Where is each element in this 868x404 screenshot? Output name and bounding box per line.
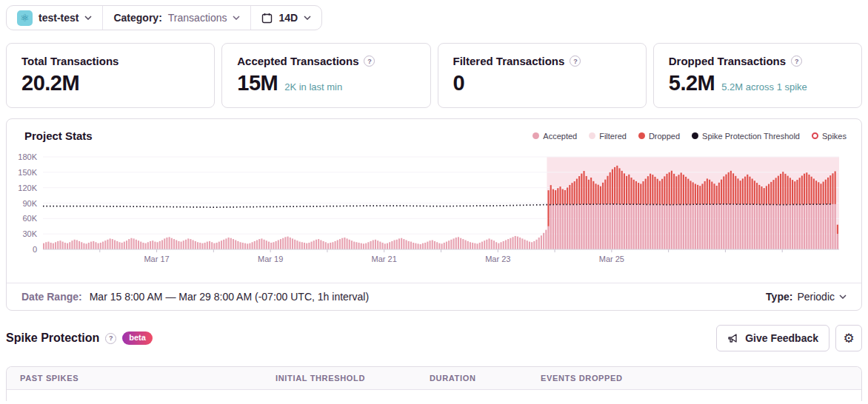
bar-dropped[interactable] bbox=[578, 176, 580, 204]
bar-accepted[interactable] bbox=[363, 243, 364, 249]
bar-dropped[interactable] bbox=[721, 180, 722, 204]
bar-dropped[interactable] bbox=[588, 180, 590, 204]
bar-dropped[interactable] bbox=[806, 172, 807, 204]
bar-dropped[interactable] bbox=[792, 180, 793, 204]
bar-dropped[interactable] bbox=[550, 185, 552, 204]
bar-dropped[interactable] bbox=[832, 173, 833, 204]
bar-accepted[interactable] bbox=[199, 243, 201, 249]
bar-accepted[interactable] bbox=[735, 204, 736, 249]
bar-accepted[interactable] bbox=[235, 240, 236, 250]
bar-accepted[interactable] bbox=[261, 238, 262, 249]
bar-accepted[interactable] bbox=[444, 243, 445, 249]
bar-accepted[interactable] bbox=[789, 204, 791, 249]
bar-accepted[interactable] bbox=[396, 240, 398, 249]
bar-accepted[interactable] bbox=[780, 205, 781, 249]
bar-accepted[interactable] bbox=[308, 243, 310, 249]
bar-accepted[interactable] bbox=[379, 242, 381, 249]
bar-accepted[interactable] bbox=[458, 237, 459, 249]
bar-dropped[interactable] bbox=[666, 174, 667, 205]
bar-accepted[interactable] bbox=[505, 240, 507, 250]
bar-accepted[interactable] bbox=[524, 240, 525, 249]
bar-dropped[interactable] bbox=[669, 172, 670, 205]
bar-accepted[interactable] bbox=[306, 243, 307, 249]
bar-dropped[interactable] bbox=[811, 177, 812, 205]
bar-accepted[interactable] bbox=[690, 204, 691, 249]
bar-dropped[interactable] bbox=[610, 172, 611, 204]
bar-accepted[interactable] bbox=[118, 242, 120, 249]
bar-accepted[interactable] bbox=[183, 240, 184, 249]
bar-dropped[interactable] bbox=[829, 175, 831, 204]
bar-accepted[interactable] bbox=[592, 204, 594, 249]
bar-accepted[interactable] bbox=[152, 240, 153, 249]
bar-dropped[interactable] bbox=[772, 180, 774, 204]
bar-accepted[interactable] bbox=[313, 240, 315, 249]
bar-accepted[interactable] bbox=[284, 237, 286, 249]
bar-accepted[interactable] bbox=[562, 204, 564, 249]
bar-dropped[interactable] bbox=[775, 178, 777, 204]
bar-accepted[interactable] bbox=[529, 242, 530, 249]
bar-accepted[interactable] bbox=[98, 243, 99, 249]
bar-dropped[interactable] bbox=[827, 178, 829, 204]
bar-dropped[interactable] bbox=[823, 182, 824, 205]
bar-dropped[interactable] bbox=[657, 179, 658, 205]
bar-dropped[interactable] bbox=[808, 175, 809, 204]
bar-accepted[interactable] bbox=[460, 238, 461, 249]
bar-accepted[interactable] bbox=[252, 242, 253, 249]
bar-accepted[interactable] bbox=[95, 242, 96, 249]
bar-accepted[interactable] bbox=[136, 240, 137, 249]
bar-accepted[interactable] bbox=[193, 240, 194, 250]
bar-dropped[interactable] bbox=[825, 180, 827, 204]
bar-accepted[interactable] bbox=[213, 243, 215, 249]
bar-accepted[interactable] bbox=[673, 205, 675, 249]
bar-dropped[interactable] bbox=[659, 181, 661, 205]
bar-accepted[interactable] bbox=[86, 243, 87, 249]
bar-accepted[interactable] bbox=[375, 240, 376, 249]
bar-accepted[interactable] bbox=[737, 204, 738, 249]
bar-dropped[interactable] bbox=[704, 181, 706, 204]
bar-accepted[interactable] bbox=[150, 241, 151, 249]
bar-dropped[interactable] bbox=[630, 178, 632, 204]
bar-accepted[interactable] bbox=[373, 240, 374, 250]
bar-dropped[interactable] bbox=[642, 181, 644, 204]
bar-dropped[interactable] bbox=[600, 186, 601, 204]
bar-accepted[interactable] bbox=[588, 204, 590, 249]
bar-accepted[interactable] bbox=[154, 242, 156, 249]
bar-accepted[interactable] bbox=[216, 243, 218, 249]
bar-accepted[interactable] bbox=[578, 204, 580, 249]
legend-item-accepted[interactable]: Accepted bbox=[533, 132, 577, 141]
legend-item-dropped[interactable]: Dropped bbox=[638, 132, 680, 141]
bar-dropped[interactable] bbox=[818, 182, 819, 204]
bar-accepted[interactable] bbox=[756, 204, 758, 249]
bar-accepted[interactable] bbox=[413, 243, 414, 249]
bar-accepted[interactable] bbox=[107, 240, 108, 249]
bar-accepted[interactable] bbox=[612, 204, 613, 249]
bar-dropped[interactable] bbox=[555, 190, 556, 204]
bar-accepted[interactable] bbox=[732, 204, 734, 249]
bar-dropped[interactable] bbox=[645, 179, 647, 205]
bar-accepted[interactable] bbox=[835, 204, 836, 249]
bar-dropped[interactable] bbox=[628, 175, 630, 204]
bar-accepted[interactable] bbox=[484, 240, 485, 249]
bar-dropped[interactable] bbox=[616, 166, 618, 204]
bar-accepted[interactable] bbox=[387, 243, 388, 249]
bar-accepted[interactable] bbox=[740, 204, 741, 249]
bar-accepted[interactable] bbox=[681, 204, 682, 249]
bar-dropped[interactable] bbox=[796, 180, 798, 204]
bar-accepted[interactable] bbox=[510, 238, 511, 249]
bar-dropped[interactable] bbox=[604, 180, 606, 204]
bar-accepted[interactable] bbox=[820, 204, 821, 249]
bar-accepted[interactable] bbox=[434, 241, 435, 249]
bar-dropped[interactable] bbox=[559, 186, 561, 204]
bar-accepted[interactable] bbox=[242, 243, 244, 249]
bar-accepted[interactable] bbox=[610, 204, 611, 249]
bar-accepted[interactable] bbox=[711, 204, 712, 249]
bar-dropped[interactable] bbox=[571, 183, 572, 204]
bar-accepted[interactable] bbox=[462, 239, 464, 249]
bar-dropped[interactable] bbox=[737, 178, 738, 204]
bar-dropped[interactable] bbox=[647, 176, 649, 204]
bar-accepted[interactable] bbox=[507, 239, 509, 249]
bar-accepted[interactable] bbox=[401, 238, 402, 249]
bar-accepted[interactable] bbox=[813, 204, 815, 249]
bar-accepted[interactable] bbox=[772, 204, 774, 249]
bar-dropped[interactable] bbox=[784, 174, 786, 205]
